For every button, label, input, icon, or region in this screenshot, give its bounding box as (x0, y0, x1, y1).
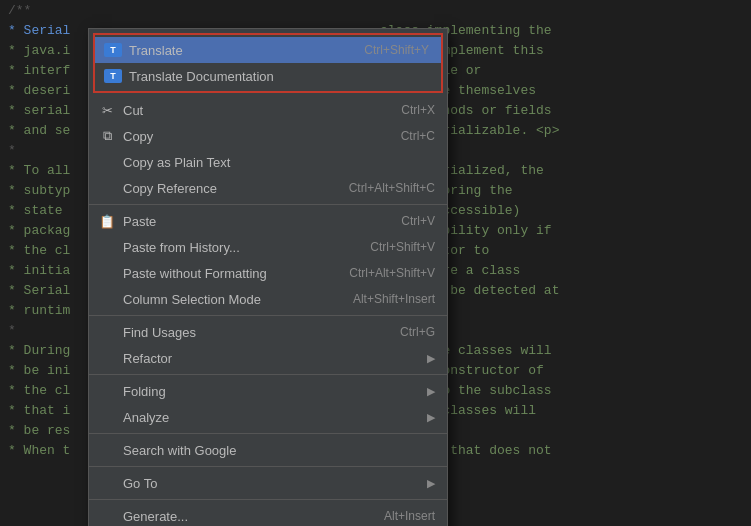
code-line-17: * (0, 323, 95, 338)
cut-label: Cut (123, 103, 381, 118)
find-usages-icon (97, 322, 117, 342)
column-mode-label: Column Selection Mode (123, 292, 333, 307)
find-usages-menu-item[interactable]: Find Usages Ctrl+G (89, 319, 447, 345)
copy-menu-item[interactable]: ⧉ Copy Ctrl+C (89, 123, 447, 149)
code-line-1: /** (0, 3, 95, 18)
code-line-21: * that i (0, 403, 95, 418)
find-usages-shortcut: Ctrl+G (400, 325, 435, 339)
translate-label: Translate (129, 43, 344, 58)
separator-3 (89, 374, 447, 375)
folding-arrow: ▶ (427, 385, 435, 398)
search-google-label: Search with Google (123, 443, 435, 458)
code-line-16: * runtim (0, 303, 95, 318)
refactor-arrow: ▶ (427, 352, 435, 365)
code-line-20: * the cl (0, 383, 95, 398)
cut-shortcut: Ctrl+X (401, 103, 435, 117)
column-mode-icon (97, 289, 117, 309)
copy-plain-menu-item[interactable]: Copy as Plain Text (89, 149, 447, 175)
context-menu: T Translate Ctrl+Shift+Y T Translate Doc… (88, 28, 448, 526)
separator-1 (89, 204, 447, 205)
copy-plain-label: Copy as Plain Text (123, 155, 415, 170)
paste-menu-item[interactable]: 📋 Paste Ctrl+V (89, 208, 447, 234)
paste-no-format-shortcut: Ctrl+Alt+Shift+V (349, 266, 435, 280)
copy-ref-icon (97, 178, 117, 198)
code-line-23: * When t (0, 443, 95, 458)
copy-ref-shortcut: Ctrl+Alt+Shift+C (349, 181, 435, 195)
translate-section: T Translate Ctrl+Shift+Y T Translate Doc… (93, 33, 443, 93)
code-line-13: * the cl (0, 243, 95, 258)
code-line-6: * serial (0, 103, 95, 118)
analyze-label: Analyze (123, 410, 417, 425)
code-line-11: * state (0, 203, 95, 218)
goto-icon (97, 473, 117, 493)
search-google-menu-item[interactable]: Search with Google (89, 437, 447, 463)
generate-label: Generate... (123, 509, 364, 524)
translate-documentation-menu-item[interactable]: T Translate Documentation (95, 63, 441, 89)
goto-label: Go To (123, 476, 417, 491)
paste-no-format-menu-item[interactable]: Paste without Formatting Ctrl+Alt+Shift+… (89, 260, 447, 286)
column-mode-menu-item[interactable]: Column Selection Mode Alt+Shift+Insert (89, 286, 447, 312)
code-line-12: * packag (0, 223, 95, 238)
copy-ref-label: Copy Reference (123, 181, 329, 196)
refactor-menu-item[interactable]: Refactor ▶ (89, 345, 447, 371)
separator-5 (89, 466, 447, 467)
code-line-10: * subtyp (0, 183, 95, 198)
separator-6 (89, 499, 447, 500)
copy-reference-menu-item[interactable]: Copy Reference Ctrl+Alt+Shift+C (89, 175, 447, 201)
code-line-9: * To all (0, 163, 95, 178)
refactor-icon (97, 348, 117, 368)
goto-menu-item[interactable]: Go To ▶ (89, 470, 447, 496)
find-usages-label: Find Usages (123, 325, 380, 340)
generate-menu-item[interactable]: Generate... Alt+Insert (89, 503, 447, 526)
folding-menu-item[interactable]: Folding ▶ (89, 378, 447, 404)
paste-label: Paste (123, 214, 381, 229)
cut-icon: ✂ (97, 100, 117, 120)
goto-arrow: ▶ (427, 477, 435, 490)
refactor-label: Refactor (123, 351, 417, 366)
code-line-4: * interf (0, 63, 95, 78)
code-line-19: * be ini (0, 363, 95, 378)
copy-shortcut: Ctrl+C (401, 129, 435, 143)
code-line-7: * and se (0, 123, 95, 138)
paste-history-shortcut: Ctrl+Shift+V (370, 240, 435, 254)
paste-history-menu-item[interactable]: Paste from History... Ctrl+Shift+V (89, 234, 447, 260)
paste-history-label: Paste from History... (123, 240, 350, 255)
analyze-icon (97, 407, 117, 427)
translate-shortcut: Ctrl+Shift+Y (364, 43, 429, 57)
folding-label: Folding (123, 384, 417, 399)
column-mode-shortcut: Alt+Shift+Insert (353, 292, 435, 306)
code-line-15: * Serial (0, 283, 95, 298)
translate-menu-item[interactable]: T Translate Ctrl+Shift+Y (95, 37, 441, 63)
search-google-icon (97, 440, 117, 460)
analyze-menu-item[interactable]: Analyze ▶ (89, 404, 447, 430)
translate-doc-icon: T (103, 66, 123, 86)
code-line-5: * deseri (0, 83, 95, 98)
cut-menu-item[interactable]: ✂ Cut Ctrl+X (89, 97, 447, 123)
code-line-18: * During (0, 343, 95, 358)
separator-4 (89, 433, 447, 434)
paste-shortcut: Ctrl+V (401, 214, 435, 228)
paste-no-format-label: Paste without Formatting (123, 266, 329, 281)
code-line-22: * be res (0, 423, 95, 438)
translate-doc-label: Translate Documentation (129, 69, 409, 84)
generate-shortcut: Alt+Insert (384, 509, 435, 523)
code-line-8: * (0, 143, 95, 158)
folding-icon (97, 381, 117, 401)
translate-icon: T (103, 40, 123, 60)
paste-history-icon (97, 237, 117, 257)
analyze-arrow: ▶ (427, 411, 435, 424)
code-line-3: * java.i (0, 43, 95, 58)
separator-2 (89, 315, 447, 316)
code-line-14: * initia (0, 263, 95, 278)
copy-icon: ⧉ (97, 126, 117, 146)
code-line-2: * Serial (0, 23, 95, 38)
copy-plain-icon (97, 152, 117, 172)
paste-no-format-icon (97, 263, 117, 283)
paste-icon: 📋 (97, 211, 117, 231)
generate-icon (97, 506, 117, 526)
copy-label: Copy (123, 129, 381, 144)
